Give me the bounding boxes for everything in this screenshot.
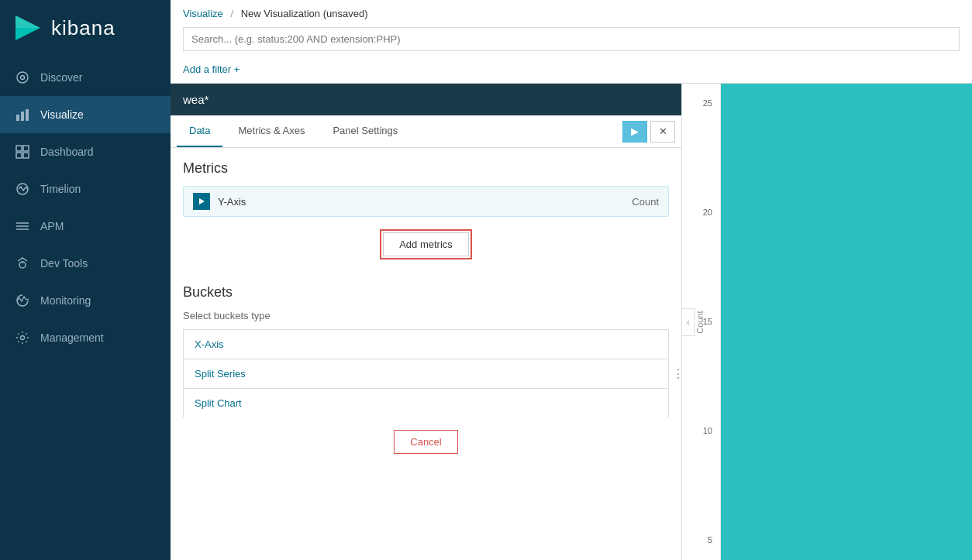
tab-data[interactable]: Data — [177, 115, 222, 147]
y-tick-25: 25 — [703, 99, 712, 108]
add-metrics-button[interactable]: Add metrics — [383, 232, 469, 256]
sidebar-item-dashboard-label: Dashboard — [40, 146, 94, 158]
sidebar-item-timelion[interactable]: Timelion — [0, 170, 171, 208]
sidebar-item-monitoring[interactable]: Monitoring — [0, 282, 171, 319]
svg-marker-1 — [16, 15, 40, 28]
logo-text: kibana — [51, 16, 115, 40]
topbar: Visualize / New Visualization (unsaved) … — [171, 0, 972, 84]
filter-row: Add a filter + — [183, 57, 960, 83]
breadcrumb-current: New Visualization (unsaved) — [241, 8, 368, 19]
buckets-section: Buckets Select buckets type X-Axis Split… — [183, 284, 669, 454]
search-input[interactable] — [183, 27, 960, 51]
content-area: wea* Data Metrics & Axes Panel Settings … — [171, 84, 972, 560]
cancel-button[interactable]: Cancel — [394, 430, 457, 454]
bucket-dots-menu[interactable]: ⋮ — [672, 366, 681, 381]
chart-area — [721, 84, 972, 560]
buckets-title: Buckets — [183, 284, 669, 301]
add-filter-button[interactable]: Add a filter + — [183, 64, 240, 75]
svg-point-2 — [17, 72, 28, 83]
sidebar-item-management[interactable]: Management — [0, 319, 171, 356]
y-axis-ticks: 25 20 15 10 5 — [703, 91, 712, 552]
tabs-row: Data Metrics & Axes Panel Settings ▶ ✕ — [171, 115, 681, 148]
sidebar-item-dashboard[interactable]: Dashboard — [0, 133, 171, 170]
tab-metrics-axes[interactable]: Metrics & Axes — [226, 115, 317, 147]
svg-rect-8 — [23, 146, 29, 151]
sidebar-item-discover[interactable]: Discover — [0, 59, 171, 96]
breadcrumb-separator: / — [230, 8, 233, 19]
close-button[interactable]: ✕ — [650, 121, 675, 143]
management-icon — [14, 329, 31, 346]
svg-rect-10 — [23, 153, 29, 158]
sidebar-item-management-label: Management — [40, 332, 104, 344]
sidebar-item-apm[interactable]: APM — [0, 208, 171, 245]
breadcrumb: Visualize / New Visualization (unsaved) — [183, 0, 960, 22]
discover-icon — [14, 69, 31, 86]
kibana-logo-icon — [12, 12, 43, 43]
svg-marker-18 — [199, 198, 205, 204]
sidebar-nav: Discover Visualize Dashboar — [0, 59, 171, 356]
bucket-option-x-axis[interactable]: X-Axis — [183, 329, 669, 359]
visualize-icon — [14, 106, 31, 123]
sidebar: kibana Discover Visualize — [0, 0, 171, 560]
panel-body: Metrics Y-Axis Count Add metrics — [171, 148, 681, 560]
tab-panel-settings[interactable]: Panel Settings — [320, 115, 410, 147]
y-tick-20: 20 — [703, 208, 712, 217]
play-icon — [198, 198, 205, 205]
bucket-option-split-chart[interactable]: Split Chart — [183, 388, 669, 417]
metric-expand-button[interactable] — [193, 193, 210, 210]
svg-rect-6 — [26, 109, 29, 121]
bucket-option-split-series[interactable]: Split Series — [183, 359, 669, 388]
right-panel: ‹ Count 25 20 15 10 5 — [682, 84, 972, 560]
y-tick-10: 10 — [703, 427, 712, 435]
metric-y-axis-label: Y-Axis — [218, 196, 632, 208]
devtools-icon — [14, 255, 31, 272]
svg-point-17 — [21, 336, 25, 340]
bucket-options-container: X-Axis Split Series Split Chart ⋮ — [183, 329, 669, 417]
svg-point-3 — [21, 76, 25, 80]
sidebar-item-discover-label: Discover — [40, 71, 82, 84]
sidebar-item-devtools-label: Dev Tools — [40, 257, 88, 270]
sidebar-item-apm-label: APM — [40, 220, 64, 232]
buckets-subtitle: Select buckets type — [183, 310, 669, 321]
metric-y-axis: Y-Axis Count — [183, 186, 669, 217]
svg-rect-7 — [16, 146, 22, 151]
dashboard-icon — [14, 143, 31, 160]
svg-rect-4 — [16, 115, 19, 121]
tab-actions: ▶ ✕ — [622, 121, 675, 143]
logo: kibana — [0, 0, 171, 56]
sidebar-item-devtools[interactable]: Dev Tools — [0, 245, 171, 282]
y-tick-5: 5 — [708, 536, 712, 545]
left-panel: wea* Data Metrics & Axes Panel Settings … — [171, 84, 682, 560]
sidebar-item-visualize[interactable]: Visualize — [0, 96, 171, 133]
svg-rect-5 — [21, 112, 24, 121]
y-tick-15: 15 — [703, 318, 712, 326]
sidebar-item-visualize-label: Visualize — [40, 108, 84, 121]
search-row — [183, 22, 960, 57]
timelion-icon — [14, 180, 31, 198]
add-metrics-highlight: Add metrics — [380, 229, 472, 259]
metric-y-axis-value: Count — [632, 196, 659, 208]
sidebar-item-timelion-label: Timelion — [40, 183, 81, 195]
sidebar-item-monitoring-label: Monitoring — [40, 294, 91, 307]
apm-icon — [14, 218, 31, 235]
svg-rect-9 — [16, 153, 22, 158]
panel-title: wea* — [171, 84, 681, 115]
main-content: Visualize / New Visualization (unsaved) … — [171, 0, 972, 560]
collapse-panel-button[interactable]: ‹ — [681, 308, 695, 336]
monitoring-icon — [14, 292, 31, 309]
breadcrumb-parent[interactable]: Visualize — [183, 8, 223, 19]
chart-wrapper: Count 25 20 15 10 5 — [682, 84, 972, 560]
metrics-title: Metrics — [183, 160, 669, 177]
play-button[interactable]: ▶ — [622, 121, 647, 143]
